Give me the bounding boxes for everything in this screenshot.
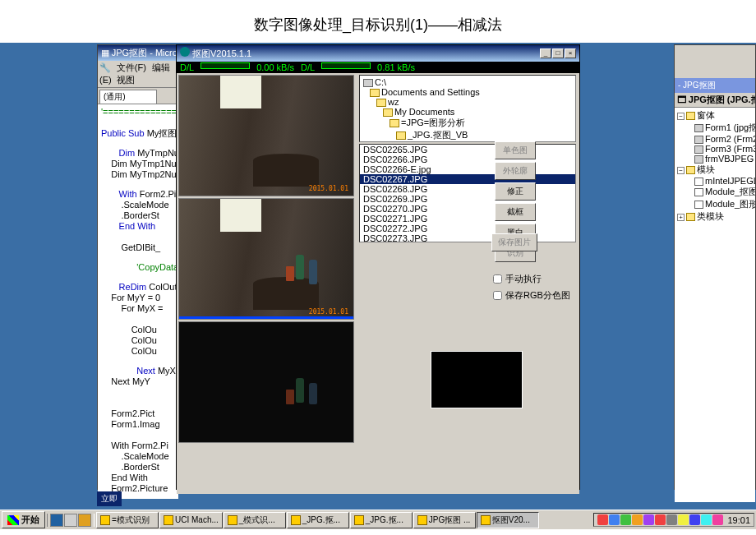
task-button[interactable]: _JPG.抠... (350, 512, 413, 528)
folder-class[interactable]: +类模块 (676, 210, 754, 223)
menu-file[interactable]: 文件(F) (117, 62, 146, 72)
tree-node[interactable]: My Documents (362, 107, 574, 117)
tray-icon[interactable] (666, 514, 677, 525)
form-icon (694, 124, 703, 132)
max-button[interactable]: □ (552, 48, 564, 58)
module-node[interactable]: mIntelJPEGLi (676, 176, 754, 186)
quick-launch (47, 514, 94, 527)
file-row[interactable]: DSC02266.JPG (360, 155, 575, 164)
file-row[interactable]: DSC02273.JPG (360, 233, 575, 242)
module-node[interactable]: Module_图形外 (676, 198, 754, 210)
form-node[interactable]: Form2 (Frm2-) (676, 134, 754, 144)
app-titlebar[interactable]: 抠图V2015.1.1 _ □ × (177, 45, 579, 62)
file-row[interactable]: DSC02271.JPG (360, 214, 575, 224)
folder-forms[interactable]: −窗体 (676, 109, 754, 122)
folder-tree[interactable]: C:\ Documents and Settings wz My Documen… (359, 75, 576, 142)
start-label: 开始 (21, 514, 39, 526)
file-list[interactable]: DSC02265.JPGDSC02266.JPGDSC02266-E.jpgDS… (359, 144, 576, 242)
btn-single-color[interactable]: 单色图 (495, 141, 536, 159)
form-icon (694, 155, 703, 164)
btn-cut[interactable]: 截框 (495, 203, 536, 221)
file-row[interactable]: DSC02268.JPG (360, 184, 575, 194)
file-row[interactable]: DSC02265.JPG (360, 145, 575, 155)
image-foreground[interactable]: 2015.01.01 (178, 198, 354, 320)
selection-line (179, 316, 353, 319)
ie-icon[interactable] (50, 514, 63, 527)
form-node[interactable]: Form3 (Frm3-) (676, 144, 754, 154)
dl-value: 0.81 kB/s (377, 62, 415, 72)
task-button[interactable]: UCI Mach... (159, 512, 223, 528)
tray-icon[interactable] (643, 514, 654, 525)
tray-icon[interactable] (609, 514, 620, 525)
btn-save-image[interactable]: 保存图片 (491, 233, 537, 251)
task-button[interactable]: =模式识别 (96, 512, 159, 528)
module-icon (694, 178, 703, 186)
checkbox-manual-input[interactable] (493, 274, 502, 284)
tray-icon[interactable] (701, 514, 712, 525)
task-button[interactable]: _模式识... (224, 512, 286, 528)
menu-view[interactable]: 视图 (117, 75, 135, 85)
collapse-icon[interactable]: − (677, 113, 685, 120)
dl-bar-icon (201, 62, 250, 69)
tray-icon[interactable] (678, 514, 689, 525)
form-icon (694, 145, 703, 154)
form-icon (694, 136, 703, 144)
dl-label: D/L (301, 62, 315, 72)
scope-combo[interactable]: (通用) (99, 90, 157, 104)
tree-node[interactable]: wz (362, 97, 574, 107)
menu-file[interactable]: 🔧 (99, 62, 111, 72)
file-row[interactable]: DSC02270.JPG (360, 204, 575, 214)
image-difference[interactable] (178, 321, 354, 443)
project-tree[interactable]: −窗体 Form1 (jpg抠Form2 (Frm2-)Form3 (Frm3-… (675, 108, 755, 502)
task-icon (291, 515, 301, 525)
immediate-window-tab[interactable]: 立即 (97, 491, 122, 506)
min-button[interactable]: _ (540, 48, 551, 58)
expand-icon[interactable]: + (677, 214, 685, 221)
tree-node[interactable]: _JPG.抠图_VB (362, 129, 574, 141)
tree-drive[interactable]: C:\ (362, 77, 574, 87)
desktop-icon[interactable] (64, 514, 77, 527)
file-row[interactable]: DSC02269.JPG (360, 194, 575, 204)
windows-logo-icon (7, 515, 19, 525)
code-editor[interactable]: '=================== Public Sub My抠图 Dim… (98, 104, 178, 499)
checkbox-save-rgb[interactable]: 保存RGB分色图 (493, 289, 570, 302)
clock: 19:01 (727, 515, 750, 525)
module-node[interactable]: Module_抠图 (676, 186, 754, 198)
tree-node[interactable]: =JPG=图形分析 (362, 117, 574, 129)
close-button[interactable]: × (565, 48, 576, 58)
preview-box (431, 351, 523, 408)
file-row[interactable]: DSC02266-E.jpg (360, 164, 575, 174)
task-icon (417, 515, 427, 525)
page-title: 数字图像处理_目标识别(1)——相减法 (0, 0, 756, 43)
task-button[interactable]: _JPG.抠... (287, 512, 349, 528)
collapse-icon[interactable]: − (677, 167, 685, 174)
task-button[interactable]: JPG抠图 ... (413, 512, 476, 528)
folder-icon (686, 213, 695, 221)
tray-icon[interactable] (689, 514, 700, 525)
network-stats: D/L0.00 kB/s D/L0.81 kB/s (177, 62, 579, 73)
checkbox-rgb-input[interactable] (493, 291, 502, 300)
tray-icon[interactable] (655, 514, 666, 525)
ql-icon[interactable] (78, 514, 91, 527)
tree-node-selected[interactable]: JPG_抠图2 (362, 141, 574, 142)
checkbox-manual[interactable]: 手动执行 (493, 273, 542, 285)
tray-icon[interactable] (712, 514, 723, 525)
btn-correct[interactable]: 修正 (495, 182, 536, 201)
task-button[interactable]: 抠图V20... (477, 512, 539, 528)
vb-menubar[interactable]: 🔧 文件(F) 编辑(E) 视图 (98, 61, 178, 88)
form-node[interactable]: frmVBJPEG (f (676, 154, 754, 164)
dl-value: 0.00 kB/s (256, 62, 294, 72)
btn-outline[interactable]: 外轮廓 (495, 162, 536, 180)
file-row[interactable]: DSC02267.JPG (360, 174, 575, 184)
tray-icon[interactable] (620, 514, 631, 525)
file-row[interactable]: DSC02272.JPG (360, 224, 575, 233)
tray-icon[interactable] (597, 514, 608, 525)
vb-icon: ▦ (101, 48, 109, 58)
tree-node[interactable]: Documents and Settings (362, 87, 574, 97)
tray-icon[interactable] (632, 514, 643, 525)
form-node[interactable]: Form1 (jpg抠 (676, 122, 754, 134)
start-button[interactable]: 开始 (2, 511, 45, 528)
date-stamp: 2015.01.01 (309, 185, 348, 192)
image-background[interactable]: 2015.01.01 (178, 75, 354, 196)
folder-modules[interactable]: −模块 (676, 164, 754, 176)
